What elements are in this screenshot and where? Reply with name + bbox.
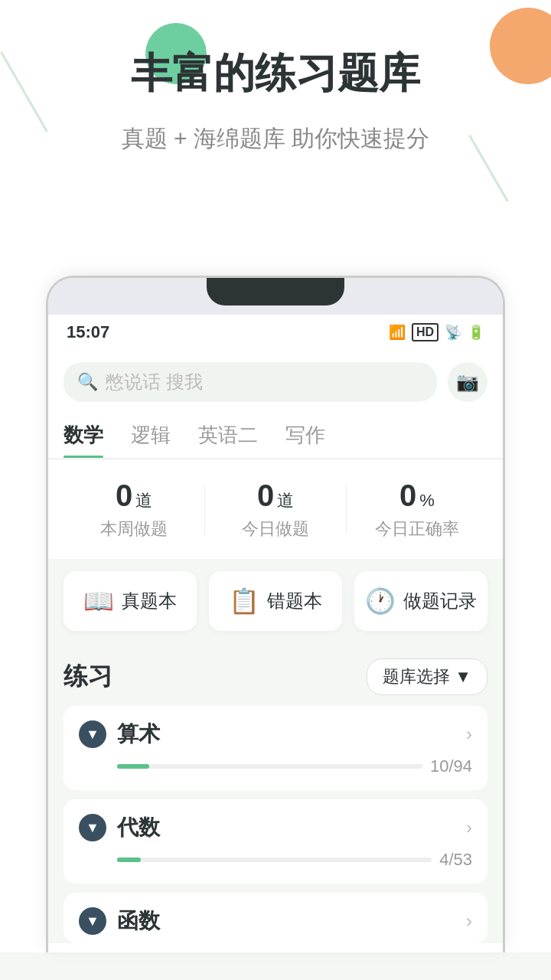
signal-icon: 📡: [445, 324, 461, 341]
phone-inner: 15:07 📶 HD 📡 🔋 🔍 憋说话 搜我 📷: [48, 315, 503, 943]
topic-item-arithmetic[interactable]: ▼ 算术 › 10/94: [64, 706, 487, 790]
search-icon: 🔍: [77, 372, 98, 392]
tab-writing[interactable]: 写作: [285, 422, 325, 458]
topic-progress-text-algebra: 4/53: [439, 850, 472, 870]
topic-progress-row-algebra: 4/53: [79, 850, 472, 870]
stat-weekly-label: 本周做题: [64, 518, 204, 541]
stat-daily: 0 道 今日做题: [205, 479, 346, 541]
phone-frame: 15:07 📶 HD 📡 🔋 🔍 憋说话 搜我 📷: [46, 276, 505, 952]
status-bar: 15:07 📶 HD 📡 🔋: [48, 315, 503, 350]
stat-weekly: 0 道 本周做题: [64, 479, 204, 541]
topic-arrow-algebra: ›: [466, 817, 472, 838]
real-exam-label: 真题本: [122, 589, 177, 613]
topic-progress-bar-arithmetic: [117, 764, 422, 769]
topic-progress-fill-algebra: [117, 858, 141, 862]
history-button[interactable]: 🕐 做题记录: [354, 571, 487, 631]
topic-name-algebra: 代数: [117, 813, 160, 842]
stat-daily-value: 0: [257, 479, 274, 513]
topic-left-function: ▼ 函数: [79, 906, 160, 936]
history-label: 做题记录: [403, 589, 477, 613]
stat-weekly-unit: 道: [135, 489, 152, 512]
stats-row: 0 道 本周做题 0 道 今日做题 0 %: [48, 460, 503, 559]
hero-section: 丰富的练习题库 真题 + 海绵题库 助你快速提分: [0, 0, 551, 253]
hero-subtitle: 真题 + 海绵题库 助你快速提分: [31, 123, 520, 155]
topic-header-function: ▼ 函数 ›: [79, 906, 472, 936]
stat-accuracy-value: 0: [399, 479, 416, 513]
topic-header-algebra: ▼ 代数 ›: [79, 813, 472, 842]
clock-icon: 🕐: [365, 586, 396, 616]
topic-arrow-function: ›: [466, 910, 472, 932]
tab-english2[interactable]: 英语二: [198, 422, 258, 458]
dropdown-icon: ▼: [455, 667, 471, 687]
search-area: 🔍 憋说话 搜我 📷: [48, 350, 503, 414]
tab-math[interactable]: 数学: [64, 422, 103, 458]
stat-accuracy-label: 今日正确率: [347, 518, 487, 541]
topic-progress-fill-arithmetic: [117, 764, 149, 769]
status-icons: 📶 HD 📡 🔋: [389, 323, 484, 341]
hd-icon: HD: [412, 323, 439, 341]
topic-name-function: 函数: [117, 906, 160, 936]
topic-progress-bar-algebra: [117, 858, 432, 862]
topic-toggle-algebra[interactable]: ▼: [79, 814, 106, 841]
topic-left-arithmetic: ▼ 算术: [79, 720, 160, 749]
practice-section: 练习 题库选择 ▼ ▼ 算术 ›: [48, 643, 503, 943]
error-book-icon: 📋: [229, 586, 259, 616]
stat-daily-unit: 道: [277, 489, 294, 512]
book-icon: 📖: [83, 586, 114, 616]
topic-select-label: 题库选择: [383, 665, 450, 688]
topic-toggle-arithmetic[interactable]: ▼: [79, 720, 106, 748]
practice-header: 练习 题库选择 ▼: [64, 643, 487, 706]
wrong-exam-label: 错题本: [267, 589, 322, 613]
stat-daily-label: 今日做题: [205, 518, 346, 541]
wifi-icon: 📶: [389, 324, 406, 341]
stat-weekly-value: 0: [116, 479, 132, 513]
tab-logic[interactable]: 逻辑: [131, 422, 171, 458]
phone-notch: [207, 278, 344, 305]
topic-select-button[interactable]: 题库选择 ▼: [367, 658, 487, 695]
topic-toggle-function[interactable]: ▼: [79, 907, 106, 935]
topic-name-arithmetic: 算术: [117, 720, 160, 749]
phone-container: 15:07 📶 HD 📡 🔋 🔍 憋说话 搜我 📷: [0, 253, 551, 952]
chevron-down-icon: ▼: [86, 727, 99, 743]
practice-title: 练习: [64, 660, 112, 694]
topic-header-arithmetic: ▼ 算术 ›: [79, 720, 472, 749]
search-input-wrap[interactable]: 🔍 憋说话 搜我: [64, 362, 437, 402]
action-buttons-row: 📖 真题本 📋 错题本 🕐 做题记录: [48, 559, 503, 643]
tab-bar: 数学 逻辑 英语二 写作: [48, 414, 503, 459]
phone-notch-bar: [48, 278, 503, 315]
camera-icon: 📷: [456, 371, 479, 393]
topic-left-algebra: ▼ 代数: [79, 813, 160, 842]
camera-button[interactable]: 📷: [448, 362, 487, 402]
status-time: 15:07: [67, 322, 109, 342]
hero-title: 丰富的练习题库: [31, 46, 520, 102]
wrong-exam-button[interactable]: 📋 错题本: [209, 571, 342, 631]
topic-item-function[interactable]: ▼ 函数 ›: [64, 893, 487, 943]
chevron-down-icon-3: ▼: [86, 913, 99, 929]
chevron-down-icon-2: ▼: [86, 820, 99, 836]
topic-arrow-arithmetic: ›: [466, 724, 472, 745]
real-exam-button[interactable]: 📖 真题本: [64, 571, 197, 631]
topic-progress-text-arithmetic: 10/94: [430, 756, 472, 776]
topic-progress-row-arithmetic: 10/94: [79, 756, 472, 776]
stat-accuracy: 0 % 今日正确率: [347, 479, 487, 541]
topic-item-algebra[interactable]: ▼ 代数 › 4/53: [64, 799, 487, 884]
battery-icon: 🔋: [468, 324, 484, 341]
search-placeholder-text: 憋说话 搜我: [106, 370, 203, 394]
stat-accuracy-unit: %: [419, 491, 435, 511]
